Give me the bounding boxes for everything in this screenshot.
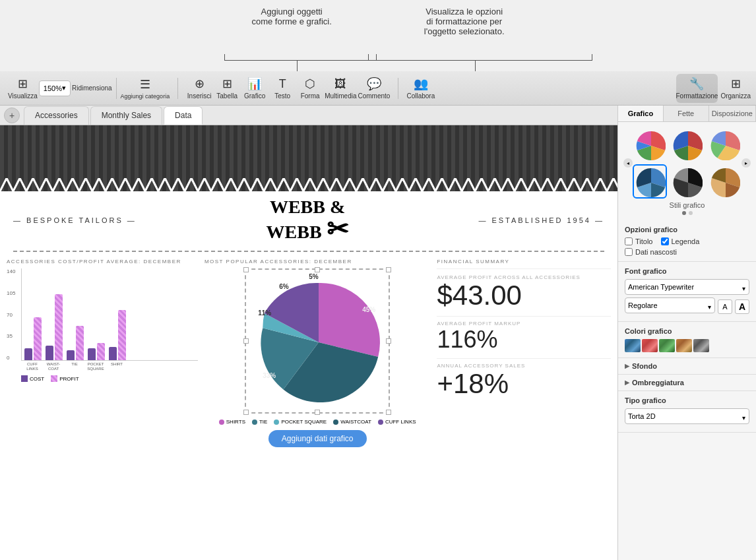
handle-r <box>386 338 391 344</box>
organizza-label: Organizza <box>720 92 751 100</box>
x-label-cuff: CUFF LINKS <box>24 362 41 371</box>
chart-styles-label: Stili grafico <box>623 201 751 209</box>
pie-chart-title: MOST POPULAR ACCESSORIES: DECEMBER <box>205 259 352 264</box>
font-name-select[interactable]: American Typewriter <box>625 279 749 295</box>
legend-cost-swatch <box>21 375 28 382</box>
formattazione-button[interactable]: 🔧 Formattazione <box>676 74 718 103</box>
font-section: Font grafico American Typewriter Regolar… <box>618 262 756 322</box>
legenda-label: Legenda <box>672 237 700 245</box>
panel-tab-grafico[interactable]: Grafico <box>618 106 664 121</box>
bar-chart-section: ACCESSORIES COST/PROFIT AVERAGE: DECEMBE… <box>7 259 198 382</box>
panel-tab-disposizione[interactable]: Disposizione <box>709 106 756 121</box>
pie-dot-tie <box>252 420 257 425</box>
ombreggiatura-label: Ombreggiatura <box>632 379 684 387</box>
options-row: Titolo Legenda <box>625 237 749 245</box>
y-label-140: 140 <box>7 268 15 274</box>
legend-profit: PROFIT <box>51 375 79 382</box>
color-swatch-5[interactable] <box>693 339 709 352</box>
toolbar-center-group: ⊕ Inserisci ⊞ Tabella 📊 Grafico T Testo … <box>183 74 393 103</box>
chart-style-5[interactable] <box>670 164 704 199</box>
legenda-checkbox[interactable] <box>661 237 669 245</box>
pct-5: 5% <box>309 273 318 280</box>
chart-styles-grid <box>633 127 741 199</box>
pct-45: 45% <box>362 306 375 313</box>
zoom-box[interactable]: 150% ▾ <box>39 80 71 96</box>
color-swatch-4[interactable] <box>676 339 692 352</box>
chart-styles-prev[interactable]: ◂ <box>623 158 633 168</box>
bar-profit-cuff <box>34 317 42 360</box>
main-content: — BESPOKE TAILORS — WEBB &WEBB ✂ — ESTAB… <box>0 125 617 560</box>
testo-button[interactable]: T Testo <box>269 74 296 103</box>
chart-style-4[interactable] <box>633 164 667 199</box>
colors-title: Colori grafico <box>625 327 749 335</box>
sfondo-expandable[interactable]: ▶ Sfondo <box>618 358 756 375</box>
color-swatch-1[interactable] <box>625 339 641 352</box>
ombreggiatura-expandable[interactable]: ▶ Ombreggiatura <box>618 375 756 391</box>
titolo-checkbox[interactable] <box>625 237 633 245</box>
financial-value-3: +18% <box>437 369 611 399</box>
forma-label: Forma <box>301 92 320 100</box>
y-label-105: 105 <box>7 290 15 296</box>
grafico-button[interactable]: 📊 Grafico <box>241 74 268 103</box>
bar-profit-waist <box>55 294 63 360</box>
color-swatch-3[interactable] <box>659 339 675 352</box>
tipo-title: Tipo grafico <box>625 396 749 404</box>
font-size-small-btn[interactable]: A <box>718 299 732 314</box>
chart-styles-next[interactable]: ▸ <box>741 158 751 168</box>
bar-cost-cuff <box>24 348 32 360</box>
tab-add-button[interactable]: + <box>4 108 20 123</box>
toolbar-right-group: 🔧 Formattazione ⊞ Organizza <box>676 74 751 103</box>
handle-br <box>386 410 391 415</box>
pie-legend-waistcoat: WAISTCOAT <box>333 419 371 425</box>
font-size-large-btn[interactable]: A <box>735 299 749 314</box>
dati-nascosti-checkbox[interactable] <box>625 248 633 256</box>
commento-label: Commento <box>358 92 391 100</box>
bar-chart-area <box>21 268 198 361</box>
dot-2 <box>689 211 693 215</box>
collabora-label: Collabora <box>406 92 435 100</box>
toolbar-left-group: ⊞ Visualizza 150% ▾ Ridimensiona ☰ Aggiu… <box>5 74 172 103</box>
ridimensiona-button[interactable]: Ridimensiona <box>72 74 112 103</box>
commento-button[interactable]: 💬 Commento <box>358 74 391 103</box>
bar-group-tie <box>67 326 84 360</box>
pie-legend-tie: TIE <box>252 419 267 425</box>
header-row: — BESPOKE TAILORS — WEBB &WEBB ✂ — ESTAB… <box>0 191 617 249</box>
chart-style-3[interactable] <box>707 127 741 162</box>
tab-monthly-sales[interactable]: Monthly Sales <box>90 106 162 125</box>
bar-legend: COST PROFIT <box>21 375 198 382</box>
add-chart-data-button[interactable]: Aggiungi dati grafico <box>268 430 367 447</box>
y-label-35: 35 <box>7 333 15 339</box>
financial-divider-3 <box>437 358 611 359</box>
multimedia-button[interactable]: 🖼 Multimedia <box>325 74 356 103</box>
lista-button[interactable]: ☰ Aggiungi categoria <box>121 74 170 103</box>
handle-tl <box>243 267 249 272</box>
pie-chart-wrapper[interactable]: 5% 6% 11% 33% 45% <box>245 268 390 414</box>
commento-icon: 💬 <box>367 77 381 91</box>
tab-data[interactable]: Data <box>164 106 203 125</box>
organizza-button[interactable]: ⊞ Organizza <box>720 74 751 103</box>
visualizza-button[interactable]: ⊞ Visualizza <box>8 74 38 103</box>
x-label-pocket: POCKET SQUARE <box>87 362 104 371</box>
chart-style-6[interactable] <box>707 164 741 199</box>
chart-style-1[interactable] <box>633 127 667 162</box>
zigzag-svg <box>0 178 617 191</box>
toolbar-divider-1 <box>116 78 117 99</box>
color-swatch-2[interactable] <box>642 339 658 352</box>
sfondo-label: Sfondo <box>632 362 657 370</box>
font-style-select[interactable]: Regolare <box>625 297 715 313</box>
bar-profit-tie <box>76 326 84 360</box>
financial-section: FINANCIAL SUMMARY AVERAGE PROFIT ACROSS … <box>437 259 611 399</box>
tab-accessories[interactable]: Accessories <box>24 106 89 125</box>
tabella-button[interactable]: ⊞ Tabella <box>214 74 240 103</box>
tipo-select[interactable]: Torta 2D <box>625 408 749 424</box>
pct-6: 6% <box>279 283 288 290</box>
panel-tab-fette[interactable]: Fette <box>664 106 709 121</box>
collabora-button[interactable]: 👥 Collabora <box>406 74 435 103</box>
ridimensiona-label: Ridimensiona <box>72 84 112 92</box>
forma-button[interactable]: ⬡ Forma <box>297 74 323 103</box>
x-label-waist: WAIST-COAT <box>45 362 62 371</box>
chart-style-2[interactable] <box>670 127 704 162</box>
inserisci-icon: ⊕ <box>195 77 205 91</box>
dashed-separator <box>13 251 604 252</box>
inserisci-button[interactable]: ⊕ Inserisci <box>186 74 212 103</box>
